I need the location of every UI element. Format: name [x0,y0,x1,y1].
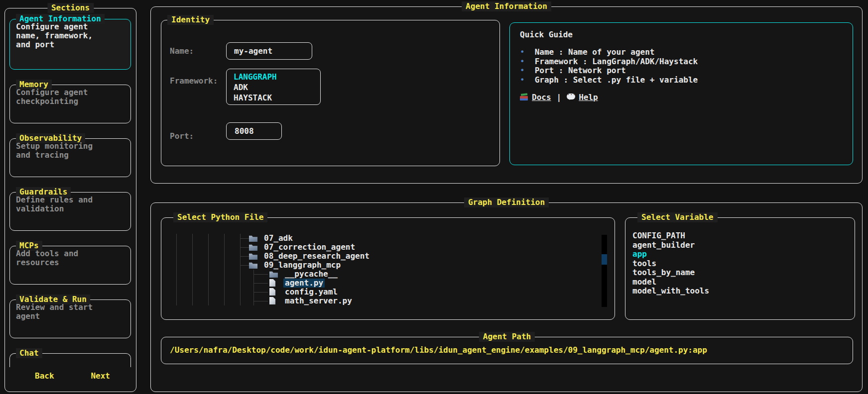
tree-guide-lines [176,270,256,279]
tree-branch-line [240,238,249,239]
variable-option[interactable]: tools_by_name [625,268,850,278]
tree-branch-line [240,265,249,266]
port-input[interactable]: 8008 [226,122,282,140]
graph-definition-panel: Graph Definition Select Python File 07_a… [150,202,863,392]
variable-option[interactable]: model [625,278,850,287]
sidebar-section-description: Review and start agent [16,303,108,321]
tree-row[interactable]: math_server.py [161,296,600,305]
sidebar-section-card[interactable]: MCPs Add tools and resources [9,246,131,285]
next-button[interactable]: Next [89,370,112,382]
bullet-text: Name : Name of your agent [535,47,655,57]
framework-label: Framework: [170,76,218,86]
agent-information-title: Agent Information [462,1,551,11]
bullet-icon: • [520,66,530,76]
tree-label: math_server.py [285,296,352,305]
name-label: Name: [170,46,194,56]
tree-label: 07_adk [264,234,293,243]
sidebar-section-card[interactable]: Memory Configure agent checkpointing [9,85,131,123]
sidebar-section-description: Setup monitoring and tracing [16,142,108,160]
port-label: Port: [170,131,194,141]
tree-scrollbar-thumb[interactable] [602,254,607,265]
sidebar-section-card[interactable]: Observability Setup monitoring and traci… [9,138,131,177]
tree-guide-lines [176,288,256,296]
tree-row[interactable]: 07_correction_agent [161,243,600,252]
select-python-file-panel: Select Python File 07_adk 07_correction_… [161,217,615,320]
select-variable-panel: Select Variable CONFIG_PATH agent_builde… [625,217,855,320]
sidebar-section-description: Configure agent checkpointing [16,88,108,106]
variable-list: CONFIG_PATH agent_builder app tools tool… [625,231,850,296]
variable-option[interactable]: tools [625,259,850,269]
tree-label: config.yaml [285,288,338,296]
bullet-icon: • [520,76,530,85]
sidebar-section-title: Chat [16,348,42,358]
select-variable-title: Select Variable [637,212,718,222]
tree-branch-line [253,301,268,301]
tree-label: __pycache__ [285,270,338,279]
identity-panel: Identity Name: my-agent Framework: LANGG… [161,20,500,166]
sidebar-sections: Agent Information Configure agent name, … [5,8,136,367]
variable-option[interactable]: app [625,250,850,259]
quick-guide-bullet: • Framework : LangGraph/ADK/Haystack [520,57,698,67]
bullet-text: Graph : Select .py file + variable [535,75,698,85]
agent-path-title: Agent Path [479,332,535,342]
tree-branch-line [240,247,249,248]
framework-option[interactable]: HAYSTACK [227,93,320,103]
help-bubble-icon [567,94,575,99]
tree-guide-lines [176,296,256,305]
bullet-text: Framework : LangGraph/ADK/Haystack [535,57,698,66]
bullet-text: Port : Network port [535,66,626,75]
variable-option[interactable]: model_with_tools [625,287,850,296]
docs-link[interactable]: Docs [532,93,551,102]
tree-row[interactable]: 08_deep_research_agent [161,252,600,261]
tree-guide-lines [176,279,256,288]
bullet-icon: • [520,57,530,67]
sidebar-section-card[interactable]: Validate & Run Review and start agent [9,299,131,338]
select-python-file-title: Select Python File [173,212,267,222]
sidebar-section-card[interactable]: Chat [9,353,131,367]
file-icon [269,279,275,287]
quick-guide-bullets: • Name : Name of your agent • Framework … [520,48,698,85]
framework-option[interactable]: LANGGRAPH [227,72,320,82]
framework-select: LANGGRAPH ADK HAYSTACK [226,69,321,105]
sidebar-section-description: Configure agent name, framework, and por… [16,22,108,49]
sidebar-section-card[interactable]: Agent Information Configure agent name, … [9,19,131,70]
help-link[interactable]: Help [579,93,598,102]
sidebar-section-description: Define rules and validation [16,196,108,213]
quick-guide-title: Quick Guide [520,30,573,39]
tree-row[interactable]: 09_langgraph_mcp [161,261,600,270]
back-button[interactable]: Back [33,370,56,382]
tree-label: agent.py [283,279,325,288]
tree-branch-line [253,292,268,293]
file-icon [269,288,275,296]
graph-definition-title: Graph Definition [464,197,549,207]
agent-path-value: /Users/nafra/Desktop/code/work/idun-agen… [170,345,707,355]
variable-option[interactable]: agent_builder [625,241,850,250]
tree-row[interactable]: config.yaml [161,288,600,296]
agent-path-panel: Agent Path /Users/nafra/Desktop/code/wor… [161,337,853,364]
tree-scrollbar[interactable] [602,235,607,307]
bullet-icon: • [520,48,530,57]
sections-sidebar: Sections Agent Information Configure age… [4,8,136,392]
tree-branch-line [253,274,268,275]
links-separator: | [555,93,564,102]
quick-guide-links: Docs | Help [520,92,598,102]
tree-branch-line [253,283,268,284]
docs-books-icon [520,94,528,100]
tree-row[interactable]: 07_adk [161,234,600,243]
variable-option[interactable]: CONFIG_PATH [625,231,850,241]
sidebar-section-description: Add tools and resources [16,249,108,267]
identity-title: Identity [167,15,214,25]
quick-guide-bullet: • Graph : Select .py file + variable [520,76,698,85]
name-input[interactable]: my-agent [226,42,312,60]
tree-branch-line [240,256,249,257]
tree-row[interactable]: __pycache__ [161,270,600,279]
folder-icon [269,271,278,278]
quick-guide-bullet: • Port : Network port [520,66,698,76]
framework-option[interactable]: ADK [227,82,320,93]
tree-row[interactable]: agent.py [161,279,600,288]
quick-guide-panel: Quick Guide • Name : Name of your agent … [509,22,853,165]
tree-label: 09_langgraph_mcp [264,261,341,270]
quick-guide-bullet: • Name : Name of your agent [520,48,698,57]
agent-information-panel: Agent Information Identity Name: my-agen… [150,6,863,184]
sidebar-section-card[interactable]: Guardrails Define rules and validation [9,192,131,231]
